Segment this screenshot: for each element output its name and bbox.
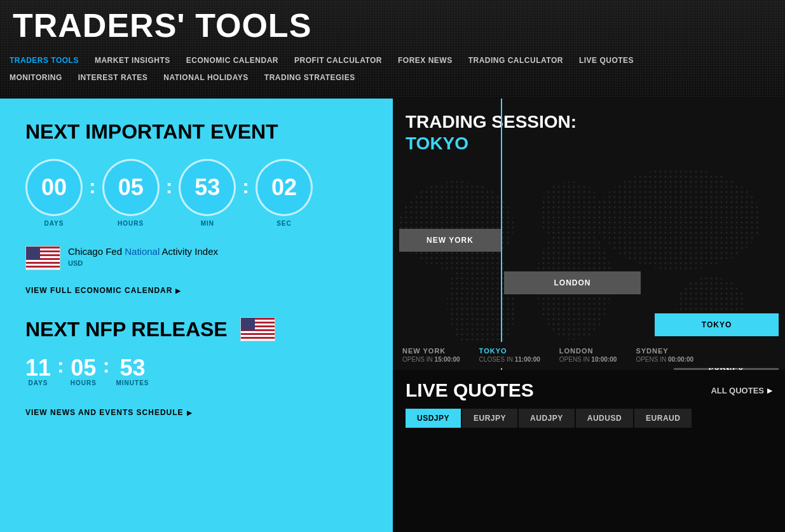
view-calendar-link[interactable]: VIEW FULL ECONOMIC CALENDAR [25,286,367,295]
usd-flag [25,246,60,270]
left-panel: NEXT IMPORTANT EVENT 00 DAYS : 05 HOURS … [0,99,393,532]
st-tk-city: TOKYO [479,347,540,355]
tab-audjpy[interactable]: AUDJPY [519,409,575,428]
nfp-flag-canton [241,318,255,331]
hours-label: HOURS [118,220,144,227]
header: TRADERS' TOOLS TRADERS TOOLS MARKET INSI… [0,0,785,99]
min-label: MIN [201,220,214,227]
session-new-york[interactable]: NEW YORK [399,229,501,252]
days-unit: 00 DAYS [25,159,83,227]
nav-trading-calculator[interactable]: TRADING CALCULATOR [468,56,563,65]
main-area: NEXT IMPORTANT EVENT 00 DAYS : 05 HOURS … [0,99,785,532]
nav-live-quotes[interactable]: LIVE QUOTES [579,56,634,65]
event-info: Chicago Fed National Activity Index USD [25,246,367,270]
session-name: TOKYO [406,133,577,154]
nfp-min-unit: 53 MINUTES [116,357,149,386]
nav-monitoring[interactable]: MONITORING [10,73,62,82]
nfp-sep2: : [103,354,110,378]
st-ny-city: NEW YORK [402,347,460,355]
flag-canton [26,247,40,259]
nav-traders-tools[interactable]: TRADERS TOOLS [10,56,79,65]
quote-tabs: USDJPY EURJPY AUDJPY AUDUSD EURAUD [406,409,772,428]
st-ld-city: LONDON [559,347,617,355]
all-quotes-link[interactable]: ALL QUOTES [711,386,772,395]
sep1: : [89,175,96,198]
st-sy-city: SYDNEY [636,347,693,355]
time-line [501,99,502,372]
lq-header: LIVE QUOTES ALL QUOTES [406,379,772,401]
nfp-hours-value: 05 [71,357,96,379]
hours-value: 05 [118,174,144,201]
st-tokyo: TOKYO CLOSES IN 11:00:00 [479,347,540,363]
nfp-section: NEXT NFP RELEASE 11 DAYS : 05 HOURS : [25,317,367,417]
next-event-section: NEXT IMPORTANT EVENT 00 DAYS : 05 HOURS … [25,121,367,295]
nfp-hours-label: HOURS [71,379,97,386]
view-nfp-link[interactable]: VIEW NEWS AND EVENTS SCHEDULE [25,408,367,417]
nfp-flag [240,317,275,341]
nfp-title: NEXT NFP RELEASE [25,318,228,341]
tab-audusd[interactable]: AUDUSD [576,409,633,428]
nav-interest-rates[interactable]: INTEREST RATES [78,73,147,82]
st-sy-info: OPENS IN 00:00:00 [636,356,693,363]
session-times-bar: NEW YORK OPENS IN 15:00:00 TOKYO CLOSES … [393,342,785,368]
countdown-timer: 00 DAYS : 05 HOURS : 53 MIN [25,159,367,227]
sec-unit: 02 SEC [256,159,313,227]
nfp-countdown: 11 DAYS : 05 HOURS : 53 MINUTES [25,354,367,389]
sec-value: 02 [271,174,297,201]
nfp-days-label: DAYS [29,379,48,386]
nav-row1: TRADERS TOOLS MARKET INSIGHTS ECONOMIC C… [10,56,634,65]
min-unit: 53 MIN [179,159,236,227]
min-value: 53 [195,174,220,201]
st-tk-info: CLOSES IN 11:00:00 [479,356,540,363]
st-new-york: NEW YORK OPENS IN 15:00:00 [402,347,460,363]
days-value: 00 [41,174,67,201]
session-title-text: TRADING SESSION: [406,112,577,132]
next-event-title: NEXT IMPORTANT EVENT [25,121,367,143]
nfp-hours-unit: 05 HOURS [71,357,97,386]
map-area: TRADING SESSION: TOKYO NEW YORK LONDON T… [393,99,785,372]
st-sydney: SYDNEY OPENS IN 00:00:00 [636,347,693,363]
live-quotes-section: LIVE QUOTES ALL QUOTES USDJPY EURJPY AUD… [393,370,785,532]
page-title: TRADERS' TOOLS [13,6,311,44]
min-circle: 53 [179,159,236,216]
tab-eurjpy[interactable]: EURJPY [462,409,517,428]
hours-circle: 05 [102,159,160,216]
days-label: DAYS [44,220,64,227]
sec-circle: 02 [256,159,313,216]
nfp-days-unit: 11 DAYS [25,357,51,386]
nav-national-holidays[interactable]: NATIONAL HOLIDAYS [163,73,249,82]
nfp-header: NEXT NFP RELEASE [25,317,367,341]
session-london[interactable]: LONDON [504,271,641,294]
nav-economic-calendar[interactable]: ECONOMIC CALENDAR [186,56,278,65]
nfp-sep1: : [57,354,64,378]
st-ld-info: OPENS IN 10:00:00 [559,356,617,363]
event-name: Chicago Fed National Activity Index [68,246,218,257]
st-london: LONDON OPENS IN 10:00:00 [559,347,617,363]
nav-trading-strategies[interactable]: TRADING STRATEGIES [264,73,355,82]
nfp-days-value: 11 [25,357,51,379]
tab-euraud[interactable]: EURAUD [634,409,692,428]
nfp-min-label: MINUTES [116,379,149,386]
nfp-min-value: 53 [119,357,145,379]
nav-market-insights[interactable]: MARKET INSIGHTS [95,56,170,65]
days-circle: 00 [25,159,83,216]
event-text: Chicago Fed National Activity Index USD [68,246,218,267]
tab-usdjpy[interactable]: USDJPY [406,409,461,428]
sec-label: SEC [276,220,292,227]
session-tokyo[interactable]: TOKYO [655,313,779,336]
lq-title: LIVE QUOTES [406,379,534,401]
st-ny-info: OPENS IN 15:00:00 [402,356,460,363]
right-panel: TRADING SESSION: TOKYO NEW YORK LONDON T… [393,99,785,532]
nav-forex-news[interactable]: FOREX NEWS [398,56,453,65]
event-currency: USD [68,259,218,267]
nav-row2: MONITORING INTEREST RATES NATIONAL HOLID… [10,73,355,82]
session-title: TRADING SESSION: TOKYO [406,111,577,154]
sep3: : [242,175,249,198]
hours-unit: 05 HOURS [102,159,160,227]
sep2: : [166,175,173,198]
nav-profit-calculator[interactable]: PROFIT CALCULATOR [294,56,382,65]
